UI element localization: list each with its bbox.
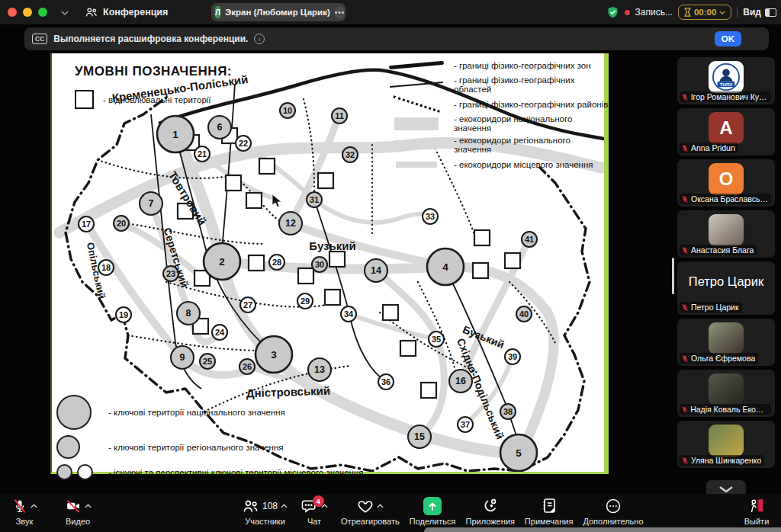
svg-text:34: 34 (344, 309, 354, 319)
svg-text:39: 39 (508, 352, 517, 361)
svg-text:41: 41 (525, 235, 534, 244)
svg-text:4: 4 (442, 261, 448, 273)
svg-text:22: 22 (239, 139, 248, 148)
participant-nameplate: Уляна Шинкаренко (680, 455, 764, 466)
view-label: Вид (743, 7, 761, 18)
mic-muted-icon (12, 498, 27, 514)
react-button[interactable]: Отреагировать (341, 497, 400, 526)
svg-text:27: 27 (243, 300, 252, 309)
participant-tile[interactable]: Петро ЦарикПетро Царик (677, 261, 775, 315)
map-circle-legend: - ключові території національного значен… (56, 395, 423, 486)
video-button[interactable]: Видео (61, 497, 95, 526)
legend-item: - ключові території національного значен… (56, 395, 423, 430)
heart-icon (357, 498, 374, 514)
notes-icon (542, 498, 557, 514)
avatar (709, 322, 744, 354)
security-shield-icon[interactable] (606, 5, 619, 19)
chevron-up-icon[interactable] (281, 504, 288, 508)
shared-screen-map: 1234567891213141516101117181920212223242… (50, 53, 609, 474)
zoom-window-button[interactable] (38, 8, 47, 17)
shared-screen-tab-label: Экран (Любомир Царик) (225, 8, 330, 17)
mic-muted-icon (681, 354, 689, 363)
chat-unread-badge: 4 (313, 495, 324, 507)
legend-item: - існуючі та перспективні ключові терито… (56, 464, 423, 480)
participant-tile[interactable]: AAnna Pridun (677, 108, 775, 155)
participant-nameplate: Anna Pridun (680, 143, 738, 153)
svg-text:2: 2 (219, 256, 225, 268)
chevron-down-icon[interactable] (61, 8, 69, 17)
audio-button[interactable]: Звук (8, 497, 41, 526)
info-icon[interactable]: i (254, 34, 265, 44)
participant-tile[interactable]: Уляна Шинкаренко (677, 421, 775, 468)
minimize-window-button[interactable] (23, 8, 32, 17)
view-button[interactable]: Вид (743, 7, 776, 18)
apps-button[interactable]: Приложения (466, 497, 515, 526)
legend-item: - екокоридори національного значення (386, 114, 609, 133)
restoration-square-swatch (75, 90, 94, 109)
restoration-territory-square (325, 290, 340, 305)
sidebar-scrollbar[interactable] (672, 258, 674, 294)
share-screen-button[interactable]: Поделиться (410, 497, 456, 526)
participant-tile[interactable]: Анастасия Блага (677, 210, 775, 258)
transcription-notice: CC Выполняется расшифровка конференции. … (24, 27, 769, 50)
svg-text:37: 37 (461, 420, 470, 429)
participant-tile[interactable]: Надія Коваль Екол-2… (677, 370, 775, 417)
notes-button[interactable]: Примечания (525, 497, 574, 526)
legend-item: - границі фізико-географічних областей (386, 75, 609, 94)
restoration-territory-square (259, 159, 275, 174)
tab-more-icon[interactable]: ••• (335, 6, 346, 19)
restoration-territory-square (298, 268, 313, 284)
legend-item: - границі фізико-географічних зон (386, 58, 609, 72)
avatar: ТНПУ (709, 61, 744, 93)
svg-text:19: 19 (119, 310, 128, 319)
svg-text:ТНПУ: ТНПУ (720, 82, 733, 87)
restoration-territory-square (400, 341, 416, 356)
restoration-territory-square (178, 204, 193, 219)
chevron-up-icon[interactable] (31, 504, 37, 508)
camera-muted-icon (65, 498, 82, 514)
participant-tile[interactable]: ТНПУІгор Романович Кузик (677, 57, 775, 104)
chevron-up-icon[interactable] (377, 504, 384, 508)
presenter-avatar: Л (215, 6, 220, 18)
participant-nameplate: Надія Коваль Екол-2… (680, 404, 771, 415)
svg-text:9: 9 (180, 352, 185, 363)
svg-text:21: 21 (198, 149, 207, 159)
chevron-down-icon (718, 486, 734, 493)
participants-button[interactable]: 108 Участники (243, 497, 288, 526)
meeting-toolbar: Звук Видео 108 Участники (0, 494, 781, 532)
legend-item: - границі фізико-географічних районів (386, 97, 609, 111)
dock-edge (424, 527, 781, 532)
avatar (709, 373, 744, 405)
conference-menu[interactable]: Конференция (85, 7, 168, 18)
restoration-territory-square (383, 305, 398, 320)
titlebar: Конференция Л Экран (Любомир Царик) ••• … (0, 0, 781, 24)
apps-icon (482, 498, 499, 514)
ok-button[interactable]: OK (715, 31, 741, 46)
close-window-button[interactable] (8, 8, 17, 17)
legend-item: - екокоридори регіонального значення (386, 136, 609, 154)
leave-meeting-icon (747, 498, 766, 514)
svg-text:25: 25 (203, 357, 212, 366)
svg-text:3: 3 (271, 349, 277, 361)
recording-dot (625, 10, 630, 15)
more-button[interactable]: Дополнительно (583, 497, 643, 526)
chevron-up-icon[interactable] (85, 504, 92, 508)
audio-label: Звук (16, 517, 34, 526)
mouse-cursor (272, 194, 281, 207)
svg-text:23: 23 (166, 269, 175, 278)
participant-nameplate: Ольга Єфремова (680, 353, 758, 364)
mic-muted-icon (681, 405, 688, 414)
leave-button[interactable]: Выйти (740, 497, 773, 526)
mic-muted-icon (681, 303, 689, 312)
more-label: Дополнительно (583, 517, 643, 526)
restoration-territory-square (226, 175, 241, 191)
shared-screen-tab[interactable]: Л Экран (Любомир Царик) ••• (211, 3, 346, 21)
mic-muted-icon (681, 195, 689, 204)
mic-muted-icon (681, 246, 689, 255)
app-window: Конференция Л Экран (Любомир Царик) ••• … (0, 0, 781, 532)
participant-tile[interactable]: OОксана Браславська (677, 159, 775, 207)
participant-tile[interactable]: Ольга Єфремова (677, 319, 775, 366)
recording-timer[interactable]: 00:00 (678, 5, 731, 20)
chat-button[interactable]: 4 Чат (297, 497, 331, 526)
svg-text:36: 36 (381, 377, 390, 386)
